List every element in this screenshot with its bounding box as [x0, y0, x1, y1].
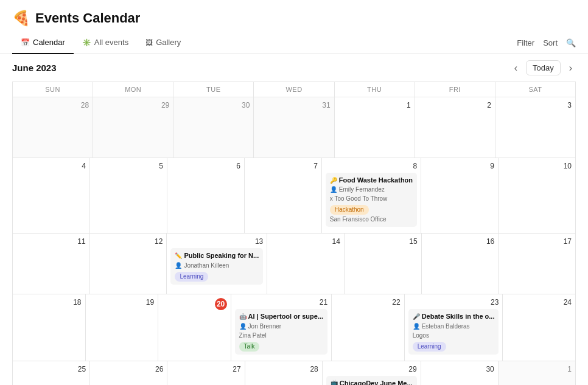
event-tag: Learning	[175, 272, 208, 282]
day-cell[interactable]: 19	[86, 294, 159, 361]
day-number: 19	[89, 298, 155, 307]
day-number: 15	[348, 237, 418, 246]
day-cell[interactable]: 15	[345, 234, 422, 294]
day-number: 5	[94, 162, 163, 170]
tab-calendar[interactable]: 📅 Calendar	[12, 32, 74, 54]
sort-button[interactable]: Sort	[543, 38, 558, 47]
calendar-body: 2829303112345678🔑 Food Waste Hackathon👤 …	[12, 97, 576, 385]
event-tag: Learning	[413, 342, 446, 352]
day-number: 13	[170, 237, 263, 246]
all-events-tab-icon: ✳️	[82, 38, 91, 47]
app-logo: 🍕	[12, 10, 29, 27]
calendar-day-headers: SunMonTueWedThuFriSat	[12, 82, 576, 97]
event-card[interactable]: 📺 ChicagoDev June Me...👤 Emily Fernandez…	[326, 376, 417, 385]
month-year: June 2023	[12, 63, 57, 73]
search-icon[interactable]: 🔍	[566, 38, 576, 47]
day-cell[interactable]: 21🤖 AI | Supertool or supe...👤 Jon Brenn…	[231, 294, 332, 361]
day-cell[interactable]: 30	[421, 361, 499, 385]
day-number: 21	[235, 298, 327, 307]
event-icon: ✏️	[175, 252, 182, 260]
day-cell[interactable]: 29	[93, 97, 173, 158]
day-cell[interactable]: 7	[245, 158, 322, 234]
next-month-button[interactable]: ›	[565, 61, 576, 75]
event-card[interactable]: 🎤 Debate Skills in the o...👤 Esteban Bal…	[408, 309, 499, 354]
day-cell[interactable]: 6	[167, 158, 245, 234]
event-organizer: 👤 Emily Fernandez	[330, 186, 413, 194]
week-row-3: 18192021🤖 AI | Supertool or supe...👤 Jon…	[12, 294, 576, 361]
event-secondary: Logos	[413, 331, 495, 340]
day-cell[interactable]: 1	[335, 97, 415, 158]
day-cell[interactable]: 28	[13, 97, 93, 158]
day-cell[interactable]: 25	[13, 361, 90, 385]
event-organizer: 👤 Jon Brenner	[239, 322, 323, 331]
day-header-wed: Wed	[254, 82, 334, 97]
day-cell[interactable]: 22	[332, 294, 405, 361]
day-cell[interactable]: 31	[254, 97, 334, 158]
event-icon: 🤖	[239, 313, 247, 321]
week-row-4: 2526272829📺 ChicagoDev June Me...👤 Emily…	[12, 361, 576, 385]
day-cell[interactable]: 29📺 ChicagoDev June Me...👤 Emily Fernand…	[323, 361, 421, 385]
day-number: 11	[16, 237, 86, 246]
day-cell[interactable]: 28	[245, 361, 323, 385]
day-cell[interactable]: 11	[13, 234, 90, 294]
day-cell[interactable]: 20	[158, 294, 231, 361]
day-number: 6	[171, 162, 240, 170]
day-number: 27	[171, 365, 240, 373]
app-header: 🍕 Events Calendar	[0, 0, 588, 32]
day-number: 3	[499, 101, 572, 109]
day-cell[interactable]: 27	[167, 361, 245, 385]
day-cell[interactable]: 18	[13, 294, 86, 361]
prev-month-button[interactable]: ‹	[511, 61, 521, 75]
day-cell[interactable]: 3	[495, 97, 576, 158]
day-cell[interactable]: 23🎤 Debate Skills in the o...👤 Esteban B…	[405, 294, 503, 361]
day-cell[interactable]: 4	[13, 158, 90, 234]
event-card[interactable]: 🔑 Food Waste Hackathon👤 Emily Fernandezx…	[326, 173, 417, 227]
day-header-thu: Thu	[335, 82, 415, 97]
day-cell[interactable]: 16	[422, 234, 499, 294]
day-cell[interactable]: 30	[173, 97, 254, 158]
day-number: 26	[94, 365, 163, 373]
filter-button[interactable]: Filter	[517, 38, 534, 47]
day-cell[interactable]: 17	[499, 234, 576, 294]
day-cell[interactable]: 2	[415, 97, 495, 158]
day-number: 12	[94, 237, 163, 246]
day-cell[interactable]: 14	[267, 234, 345, 294]
app-title: Events Calendar	[35, 10, 140, 26]
day-number: 28	[16, 101, 89, 109]
event-location: San Fransisco Office	[330, 215, 413, 224]
event-title: ✏️ Public Speaking for N...	[175, 251, 259, 260]
organizer-icon: 👤	[330, 186, 337, 194]
day-number: 22	[335, 298, 401, 307]
day-number: 31	[257, 101, 330, 109]
tab-all-events[interactable]: ✳️ All events	[74, 32, 137, 54]
event-title: 📺 ChicagoDev June Me...	[331, 379, 413, 385]
day-number: 24	[506, 298, 572, 307]
event-card[interactable]: 🤖 AI | Supertool or supe...👤 Jon Brenner…	[235, 309, 327, 354]
day-cell[interactable]: 13✏️ Public Speaking for N...👤 Jonathan …	[167, 234, 267, 294]
day-number: 7	[248, 162, 318, 170]
nav-controls: ‹ Today ›	[511, 60, 576, 75]
day-cell[interactable]: 26	[90, 361, 167, 385]
day-cell[interactable]: 5	[90, 158, 167, 234]
tabs-left: 📅 Calendar ✳️ All events 🖼 Gallery	[12, 32, 189, 54]
event-title: 🎤 Debate Skills in the o...	[413, 312, 495, 321]
event-secondary: x Too Good To Throw	[330, 195, 413, 203]
day-cell[interactable]: 12	[90, 234, 167, 294]
day-cell[interactable]: 1	[499, 361, 576, 385]
day-number: 30	[177, 101, 250, 109]
tab-gallery[interactable]: 🖼 Gallery	[137, 32, 189, 54]
day-number: 16	[425, 237, 495, 246]
day-cell[interactable]: 10	[499, 158, 576, 234]
organizer-icon: 👤	[413, 322, 420, 331]
today-button[interactable]: Today	[526, 60, 561, 75]
event-card[interactable]: ✏️ Public Speaking for N...👤 Jonathan Ki…	[170, 248, 263, 284]
day-number: 9	[425, 162, 494, 170]
event-icon: 🔑	[330, 176, 337, 185]
event-organizer: 👤 Esteban Balderas	[413, 322, 495, 331]
day-number: 10	[502, 162, 572, 170]
day-cell[interactable]: 9	[421, 158, 499, 234]
day-cell[interactable]: 8🔑 Food Waste Hackathon👤 Emily Fernandez…	[322, 158, 421, 234]
gallery-tab-icon: 🖼	[145, 38, 153, 47]
day-cell[interactable]: 24	[503, 294, 576, 361]
day-number: 28	[249, 365, 318, 373]
